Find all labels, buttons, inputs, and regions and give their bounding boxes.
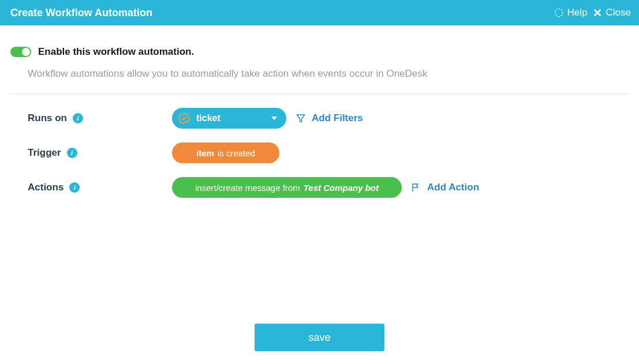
trigger-label-group: Trigger i xyxy=(28,147,172,159)
enable-label: Enable this workflow automation. xyxy=(38,46,194,58)
help-icon xyxy=(554,7,564,18)
close-icon xyxy=(592,7,603,18)
info-icon[interactable]: i xyxy=(73,113,83,123)
add-filters-label: Add Filters xyxy=(312,112,363,124)
trigger-label: Trigger xyxy=(28,147,61,159)
svg-point-0 xyxy=(555,9,563,17)
actions-label: Actions xyxy=(28,182,63,193)
dialog-footer: save xyxy=(0,324,639,351)
trigger-content: item is created xyxy=(172,142,279,163)
actions-label-group: Actions i xyxy=(28,182,172,193)
action-source: Test Company bot xyxy=(304,183,379,193)
svg-marker-4 xyxy=(297,115,305,122)
config-area: Runs on i ticket xyxy=(10,94,629,198)
dialog-header: Create Workflow Automation Help Close xyxy=(0,0,639,25)
header-actions: Help Close xyxy=(554,7,631,18)
runs-on-dropdown[interactable]: ticket xyxy=(172,108,286,129)
dialog-content: Enable this workflow automation. Workflo… xyxy=(0,25,639,198)
description-text: Workflow automations allow you to automa… xyxy=(10,68,629,94)
trigger-rest: is created xyxy=(218,148,255,158)
add-action-label: Add Action xyxy=(427,182,479,193)
actions-row: Actions i insert/create message from Tes… xyxy=(28,177,629,198)
save-button[interactable]: save xyxy=(255,324,384,351)
runs-on-value: ticket xyxy=(196,113,221,123)
chevron-down-icon xyxy=(271,117,277,120)
info-icon[interactable]: i xyxy=(69,182,80,193)
enable-toggle[interactable] xyxy=(10,47,31,57)
close-label: Close xyxy=(606,7,631,18)
trigger-pill[interactable]: item is created xyxy=(172,142,279,163)
add-filters-button[interactable]: Add Filters xyxy=(296,112,363,124)
add-action-button[interactable]: Add Action xyxy=(411,182,479,193)
help-label: Help xyxy=(567,7,588,18)
runs-on-content: ticket Add Filters xyxy=(172,108,363,129)
close-button[interactable]: Close xyxy=(592,7,631,18)
runs-on-label: Runs on xyxy=(28,112,67,124)
trigger-strong: item xyxy=(196,148,214,158)
runs-on-row: Runs on i ticket xyxy=(28,108,629,129)
ticket-icon xyxy=(178,112,190,125)
info-icon[interactable]: i xyxy=(67,148,77,158)
action-pill[interactable]: insert/create message from Test Company … xyxy=(172,177,402,198)
filter-icon xyxy=(296,113,306,123)
flag-icon xyxy=(411,182,421,193)
runs-on-selected: ticket xyxy=(178,112,221,125)
runs-on-label-group: Runs on i xyxy=(28,112,172,124)
enable-row: Enable this workflow automation. xyxy=(10,46,629,58)
svg-rect-3 xyxy=(178,113,190,123)
help-button[interactable]: Help xyxy=(554,7,588,18)
actions-content: insert/create message from Test Company … xyxy=(172,177,479,198)
dialog-title: Create Workflow Automation xyxy=(10,7,152,19)
trigger-row: Trigger i item is created xyxy=(28,142,629,163)
action-prefix: insert/create message from xyxy=(195,183,300,193)
